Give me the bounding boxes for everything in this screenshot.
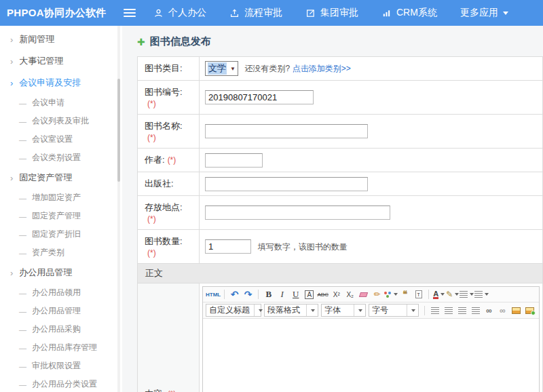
ordered-list-button[interactable] (460, 288, 474, 300)
add-category-link[interactable]: 点击添加类别>> (293, 64, 351, 73)
book-no-input[interactable] (205, 90, 314, 104)
bold-icon: B (265, 289, 272, 300)
bold-button[interactable]: B (262, 288, 275, 300)
align-left-icon (431, 307, 439, 314)
sidebar-item-2-3[interactable]: —会议类别设置 (0, 149, 122, 167)
sidebar-group-2[interactable]: ›会议申请及安排 (0, 72, 122, 94)
nav-item-0[interactable]: 个人办公 (153, 7, 206, 19)
hamburger-menu-icon[interactable] (124, 9, 136, 17)
editor-content-area[interactable] (203, 319, 539, 392)
sidebar-scrollbar-thumb[interactable] (117, 79, 120, 182)
color-palette-button[interactable] (384, 288, 398, 300)
eraser-icon (359, 292, 368, 297)
sidebar-item-2-0[interactable]: —会议申请 (0, 94, 122, 112)
insert-image-button[interactable] (523, 305, 536, 317)
sidebar-item-label: 办公用品管理 (32, 305, 81, 317)
sidebar-item-4-0[interactable]: —办公用品领用 (0, 283, 122, 302)
dash-icon: — (19, 99, 26, 107)
caret-down-icon (485, 293, 489, 296)
sidebar-item-3-3[interactable]: —资产类别 (0, 243, 122, 262)
book-name-label: 图书名称: (145, 121, 183, 131)
custom-style-select[interactable]: 自定义标题 (206, 304, 261, 317)
strikethrough-button[interactable]: ABC (316, 288, 329, 300)
rich-text-editor: HTML↶↷BIUAABCX²X₂✏❝A✎ 自定义标题段落格式字体字号∞∞ (202, 286, 540, 392)
align-right-button[interactable] (455, 305, 468, 317)
sidebar-item-label: 增加固定资产 (32, 192, 81, 203)
required-mark: (*) (147, 248, 156, 258)
edit-square-icon (305, 8, 316, 18)
eraser-button[interactable] (357, 288, 370, 300)
sidebar-group-label: 会议申请及安排 (19, 77, 81, 89)
sidebar-item-2-1[interactable]: —会议列表及审批 (0, 112, 122, 130)
redo-button[interactable]: ↷ (242, 288, 255, 300)
topbar: PHPOA协同办公软件 个人办公流程审批集团审批CRM系统更多应用 (0, 0, 543, 26)
toolbar-separator (224, 290, 225, 299)
form-row-body-header: 正文 (138, 264, 543, 283)
sidebar-item-4-4[interactable]: —审批权限设置 (0, 357, 122, 375)
undo-button[interactable]: ↶ (228, 288, 241, 300)
link-button[interactable]: ∞ (483, 305, 495, 317)
font-size-select-value: 字号 (372, 305, 388, 316)
nav-item-2[interactable]: 集团审批 (305, 7, 358, 19)
publisher-input[interactable] (205, 177, 368, 191)
form-row-category: 图书类目: 文学▼ 还没有类别? 点击添加类别>> (138, 57, 543, 81)
sidebar-item-3-0[interactable]: —增加固定资产 (0, 189, 122, 207)
html-source-button[interactable]: HTML (206, 288, 221, 300)
author-input[interactable] (205, 153, 263, 168)
align-center-button[interactable] (442, 305, 455, 317)
toolbar-separator (258, 290, 259, 299)
image-icon (512, 307, 521, 314)
toolbar-separator (424, 306, 425, 315)
font-color-button[interactable]: A (432, 288, 445, 300)
sidebar-item-2-2[interactable]: —会议室设置 (0, 130, 122, 149)
nav-item-4[interactable]: 更多应用 (460, 7, 508, 19)
add-icon: ✚ (137, 37, 145, 47)
blockquote-button[interactable]: ❝ (398, 288, 411, 300)
nav-item-1[interactable]: 流程审批 (229, 7, 282, 19)
category-select[interactable]: 文学▼ (205, 61, 238, 76)
book-name-input[interactable] (205, 124, 368, 138)
sidebar-group-4[interactable]: ›办公用品管理 (0, 262, 122, 283)
align-left-button[interactable] (428, 305, 441, 317)
image-button[interactable] (510, 305, 523, 317)
paste-text-button[interactable] (412, 288, 425, 300)
sidebar-item-3-2[interactable]: —固定资产折旧 (0, 225, 122, 243)
unordered-list-button[interactable] (474, 288, 489, 300)
custom-style-select-value: 自定义标题 (209, 305, 250, 316)
sidebar-item-4-5[interactable]: —办公用品分类设置 (0, 375, 122, 392)
sidebar-group-label: 大事记管理 (19, 55, 63, 67)
font-box-button[interactable]: A (303, 288, 316, 300)
color-palette-icon (384, 291, 392, 298)
sidebar-group-3[interactable]: ›固定资产管理 (0, 167, 122, 189)
editor-toolbar-row2: 自定义标题段落格式字体字号∞∞ (203, 302, 539, 319)
chevron-right-icon: › (10, 174, 13, 182)
body-section-header: 正文 (138, 264, 543, 283)
sidebar-item-label: 办公用品库存管理 (32, 342, 97, 353)
unlink-button[interactable]: ∞ (496, 305, 509, 317)
caret-down-icon (470, 293, 474, 296)
sidebar-group-1[interactable]: ›大事记管理 (0, 50, 122, 72)
sidebar-group-0[interactable]: ›新闻管理 (0, 28, 122, 50)
subscript-button[interactable]: X₂ (343, 288, 356, 300)
nav-item-3[interactable]: CRM系统 (381, 7, 437, 19)
underline-button[interactable]: U (289, 288, 302, 300)
sidebar-item-4-2[interactable]: —办公用品采购 (0, 320, 122, 338)
superscript-button[interactable]: X² (330, 288, 343, 300)
highlight-color-button[interactable]: ✎ (446, 288, 459, 300)
caret-down-icon (354, 305, 362, 316)
location-input[interactable] (205, 205, 390, 220)
book-form: 图书类目: 文学▼ 还没有类别? 点击添加类别>> 图书编号:(*) 图书名称:… (137, 56, 543, 392)
sidebar-item-3-1[interactable]: —固定资产管理 (0, 207, 122, 225)
paragraph-format-select[interactable]: 段落格式 (264, 304, 318, 317)
font-family-select[interactable]: 字体 (321, 304, 366, 317)
quantity-input[interactable] (205, 239, 251, 254)
sidebar-item-label: 固定资产管理 (32, 210, 81, 222)
topbar-nav: 个人办公流程审批集团审批CRM系统更多应用 (153, 7, 508, 19)
font-size-select[interactable]: 字号 (369, 304, 419, 317)
align-justify-button[interactable] (469, 305, 482, 317)
sidebar-item-4-3[interactable]: —办公用品库存管理 (0, 338, 122, 357)
dash-icon: — (19, 362, 26, 370)
sidebar-item-4-1[interactable]: —办公用品管理 (0, 302, 122, 320)
italic-button[interactable]: I (276, 288, 288, 300)
format-brush-button[interactable]: ✏ (371, 288, 383, 300)
